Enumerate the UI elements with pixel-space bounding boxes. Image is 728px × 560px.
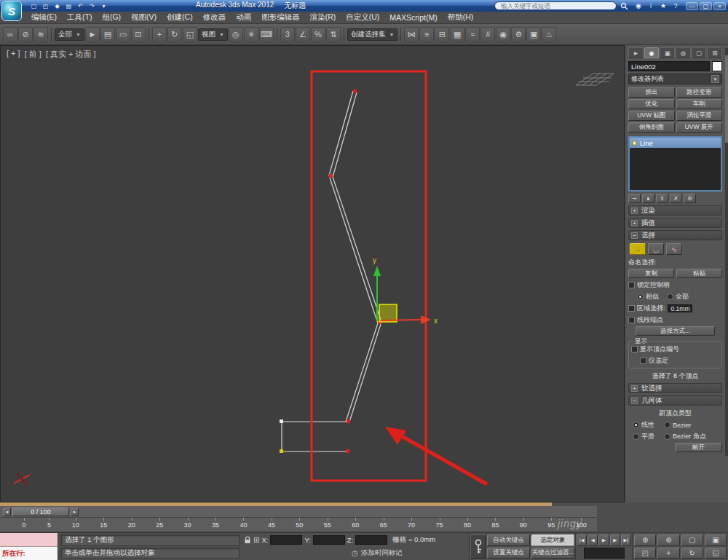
listener-row[interactable]: 所在行: (0, 547, 58, 560)
select-and-link-icon[interactable]: ∞ (3, 27, 17, 42)
set-keys-button[interactable] (470, 535, 486, 559)
object-color-swatch[interactable] (712, 61, 722, 71)
spinner-snap-toggle-icon[interactable]: ⇅ (326, 27, 341, 42)
tab-utilities[interactable]: ⊠ (707, 47, 722, 58)
viewport-front[interactable]: [ + ] [ 前 ] [ 真实 + 边面 ] (0, 45, 625, 502)
time-slider-handle[interactable]: 0 / 100 (12, 508, 69, 516)
y-coordinate-field[interactable] (313, 535, 345, 545)
menu-item[interactable]: 动画 (231, 11, 256, 24)
break-button[interactable]: 断开 (675, 443, 722, 452)
menu-item[interactable]: 组(G) (97, 11, 126, 24)
modifier-stack[interactable]: Line (628, 136, 722, 192)
tab-hierarchy[interactable]: ▣ (660, 47, 675, 58)
graphite-ribbon-icon[interactable]: ▦ (450, 27, 464, 42)
key-filters-button[interactable]: 关键点过滤器... (531, 548, 574, 559)
paste-button[interactable]: 粘贴 (676, 269, 722, 278)
previous-frame-icon[interactable]: ◀ (587, 535, 598, 546)
viewport-menu-pov[interactable]: [ 前 ] (25, 49, 41, 60)
remove-modifier-icon[interactable]: ✗ (670, 194, 682, 203)
new-scene-icon[interactable]: ▢ (29, 1, 39, 10)
x-coordinate-field[interactable] (270, 535, 302, 545)
collapse-icon[interactable]: − (631, 232, 638, 239)
menu-item[interactable]: 编辑(E) (26, 11, 62, 24)
mod-btn[interactable]: UVW 展开 (676, 122, 723, 133)
copy-button[interactable]: 复制 (628, 269, 674, 278)
tab-display[interactable]: ▢ (692, 47, 707, 58)
application-menu-button[interactable]: S (1, 1, 22, 21)
zoom-region-icon[interactable]: ◰ (634, 548, 656, 559)
next-frame-arrow-icon[interactable]: ► (71, 508, 79, 516)
expand-icon[interactable]: + (631, 385, 638, 392)
mod-btn[interactable]: 优化 (628, 99, 675, 109)
select-object-icon[interactable]: ► (85, 27, 100, 42)
vertex-type-smooth-radio[interactable] (633, 433, 639, 440)
unlink-selection-icon[interactable]: ⊘ (18, 27, 33, 42)
save-file-icon[interactable]: ◆ (52, 1, 62, 10)
layer-manager-icon[interactable]: ⊟ (435, 27, 449, 42)
spline-shape[interactable] (282, 91, 381, 451)
visibility-bulb-icon[interactable] (632, 141, 637, 146)
open-file-icon[interactable]: ◰ (41, 1, 50, 10)
vertex-markers[interactable] (280, 90, 381, 453)
mod-btn[interactable]: UVW 贴图 (628, 111, 675, 121)
transform-gizmo[interactable]: y x (373, 256, 438, 325)
mod-btn[interactable]: 车削 (676, 99, 723, 109)
zoom-icon[interactable]: ⊕ (634, 535, 656, 546)
favorites-star-icon[interactable]: ★ (659, 2, 668, 9)
undo-icon[interactable]: ↶ (76, 1, 85, 10)
minimize-icon[interactable]: — (686, 2, 698, 10)
set-key-button[interactable]: 设置关键点 (487, 548, 530, 559)
vertex-mode-icon[interactable]: ∴ (630, 243, 646, 255)
menu-item[interactable]: MAXScript(M) (384, 12, 442, 23)
vertex-type-bezier-radio[interactable] (664, 422, 670, 428)
all-radio[interactable] (667, 293, 673, 300)
expand-icon[interactable]: + (631, 220, 638, 226)
menu-item[interactable]: 帮助(H) (443, 11, 479, 24)
absolute-mode-toggle-icon[interactable]: ⊞ (253, 536, 259, 544)
mod-btn[interactable]: 挤出 (628, 87, 675, 98)
macro-recorder-row[interactable] (0, 533, 58, 547)
vertex-type-bezier-corner-radio[interactable] (664, 433, 670, 440)
menu-item[interactable]: 创建(C) (162, 11, 198, 24)
menu-item[interactable]: 自定义(U) (341, 11, 384, 24)
subscription-center-icon[interactable]: ◉ (634, 2, 643, 9)
schematic-view-icon[interactable]: # (480, 27, 495, 42)
make-unique-icon[interactable]: ⊻ (656, 194, 668, 203)
frame-number-field[interactable] (584, 548, 625, 559)
vertex-type-linear-radio[interactable] (633, 422, 639, 428)
viewport-menu-general[interactable]: [ + ] (7, 49, 20, 60)
selection-lock-icon[interactable] (244, 536, 251, 544)
mod-btn[interactable]: 倒角剖面 (628, 122, 675, 133)
tab-create[interactable]: ► (628, 47, 644, 58)
select-by-button[interactable]: 选择方式... (636, 326, 715, 336)
play-icon[interactable]: ▶ (598, 535, 609, 546)
lock-handles-checkbox[interactable]: 锁定控制柄 (628, 280, 722, 290)
go-to-end-icon[interactable]: ▶| (621, 535, 631, 546)
workspace-dropdown-icon[interactable]: ▾ (99, 1, 108, 10)
close-icon[interactable]: × (713, 2, 726, 10)
maximize-viewport-icon[interactable]: ◱ (705, 548, 727, 559)
select-and-move-icon[interactable]: + (152, 27, 167, 42)
segment-end-checkbox[interactable]: 线段端点 (628, 315, 722, 325)
select-and-scale-icon[interactable]: ◱ (183, 27, 197, 42)
add-time-tag[interactable]: 添加时间标记 (361, 548, 403, 558)
ruler-ticks[interactable]: 0510152025303540455055606570758085909510… (0, 518, 597, 532)
render-production-icon[interactable]: ♨ (542, 27, 556, 42)
rectangular-selection-region-icon[interactable]: ▭ (116, 27, 130, 42)
similar-radio[interactable] (637, 293, 644, 300)
communication-center-icon[interactable]: i (646, 2, 655, 9)
select-and-rotate-icon[interactable]: ↻ (167, 27, 182, 42)
keyboard-shortcut-override-icon[interactable]: ⌨ (259, 27, 274, 42)
curve-editor-icon[interactable]: ≈ (465, 27, 480, 42)
mirror-icon[interactable]: ⋈ (404, 27, 419, 42)
rollout-soft-selection[interactable]: + 软选择 (628, 383, 722, 393)
tab-motion[interactable]: ◍ (676, 47, 691, 58)
named-selection-set-field[interactable]: 创建选择集 ▼ (347, 28, 397, 41)
mod-btn[interactable]: 涡轮平滑 (676, 111, 723, 121)
home-grid-icon[interactable] (576, 74, 614, 85)
rendered-frame-window-icon[interactable]: ▣ (526, 27, 541, 42)
rollout-render[interactable]: + 渲染 (628, 205, 722, 216)
show-end-result-icon[interactable]: ∎ (642, 194, 654, 203)
maximize-icon[interactable]: ▢ (700, 2, 712, 10)
viewport-menu-shading[interactable]: [ 真实 + 边面 ] (46, 49, 96, 60)
